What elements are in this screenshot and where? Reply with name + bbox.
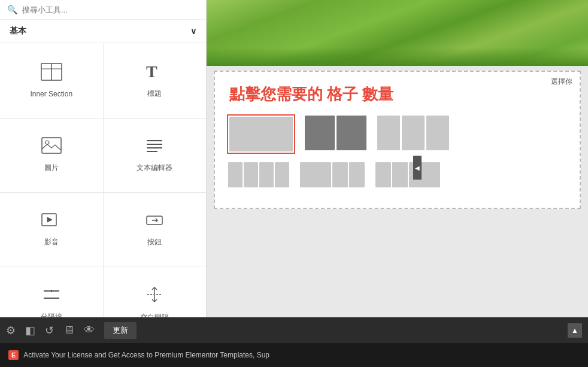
chevron-down-icon[interactable]: ∨ (190, 26, 196, 36)
instruction-text: 點擊您需要的 格子 數量 (229, 84, 568, 105)
widget-image-label: 圖片 (44, 163, 59, 173)
col-option-2-1[interactable] (299, 161, 366, 189)
widget-image[interactable]: 圖片 (0, 119, 103, 192)
svg-point-5 (46, 141, 49, 144)
search-icon: 🔍 (7, 5, 17, 14)
widget-divider-label: 分隔線 (41, 312, 62, 317)
widget-spacer-label: 空白間隔 (140, 313, 169, 317)
video-icon (41, 211, 62, 232)
collapse-sidebar-button[interactable]: ◀ (413, 156, 422, 180)
monitor-icon[interactable]: 🖥 (63, 324, 74, 336)
section-panel: 選擇你 點擊您需要的 格子 數量 (214, 71, 581, 209)
bottom-bar: ⚙ ◧ ↺ 🖥 👁 更新 ▲ (0, 317, 588, 343)
bottom-right: ▲ (568, 323, 582, 338)
image-icon (41, 137, 62, 158)
col-option-1[interactable] (227, 114, 295, 154)
widget-inner-section[interactable]: Inner Section (0, 43, 103, 118)
sidebar: 🔍 基本 ∨ Inner Section (0, 0, 207, 317)
col-option-4[interactable] (227, 161, 290, 189)
column-options-row1 (227, 114, 568, 154)
widget-divider[interactable]: 分隔線 (0, 266, 103, 317)
category-header: 基本 ∨ (0, 20, 206, 43)
widget-inner-section-label: Inner Section (30, 90, 72, 98)
widget-button[interactable]: 按鈕 (104, 193, 207, 266)
widget-text-editor-label: 文本編輯器 (137, 163, 172, 173)
category-label: 基本 (10, 26, 26, 37)
column-options-row2 (227, 161, 568, 189)
heading-icon: T (145, 62, 164, 84)
section-top-label: 選擇你 (551, 77, 572, 87)
inner-section-icon (41, 63, 62, 85)
spacer-icon (144, 286, 165, 308)
elementor-promo-icon: E (8, 350, 19, 360)
search-input[interactable] (22, 5, 199, 14)
svg-marker-11 (47, 217, 52, 222)
widget-spacer[interactable]: 空白間隔 (104, 266, 207, 317)
widget-button-label: 按鈕 (147, 237, 162, 247)
text-editor-icon (144, 137, 165, 158)
divider-icon (41, 286, 62, 307)
promo-bar: E Activate Your License and Get Access t… (0, 343, 588, 367)
widget-video[interactable]: 影音 (0, 193, 103, 266)
grass-background (207, 0, 588, 66)
widget-heading-label: 標題 (147, 89, 162, 99)
update-button[interactable]: 更新 (104, 322, 137, 339)
promo-text: Activate Your License and Get Access to … (23, 351, 269, 359)
col-option-1-2[interactable] (374, 161, 441, 189)
layers-icon[interactable]: ◧ (25, 324, 35, 337)
widget-text-editor[interactable]: 文本編輯器 (104, 119, 207, 192)
widget-video-label: 影音 (44, 237, 59, 247)
col-option-3[interactable] (376, 114, 450, 154)
history-icon[interactable]: ↺ (45, 324, 54, 337)
eye-icon[interactable]: 👁 (84, 324, 95, 336)
svg-point-15 (50, 290, 53, 292)
search-bar: 🔍 (0, 0, 206, 20)
main-area: 🔍 基本 ∨ Inner Section (0, 0, 588, 317)
col-option-2[interactable] (304, 114, 368, 154)
widget-heading[interactable]: T 標題 (104, 43, 207, 118)
widgets-grid: Inner Section T 標題 (0, 43, 206, 317)
button-icon (144, 211, 165, 232)
svg-rect-4 (42, 138, 61, 153)
arrow-up-button[interactable]: ▲ (568, 323, 582, 338)
content-area: 選擇你 點擊您需要的 格子 數量 (207, 0, 588, 317)
svg-text:T: T (146, 62, 157, 80)
bottom-left-icons: ⚙ ◧ ↺ 🖥 👁 更新 (6, 322, 137, 339)
gear-icon[interactable]: ⚙ (6, 324, 16, 337)
